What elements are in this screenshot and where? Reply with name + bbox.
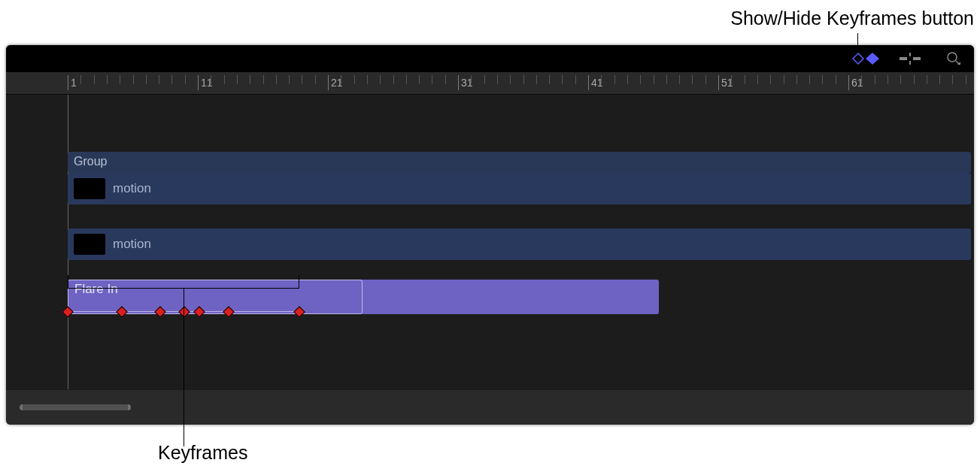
motion-track-2[interactable]: motion <box>68 228 971 260</box>
motion-track-1[interactable]: motion <box>68 173 971 204</box>
time-ruler[interactable]: 1112131415161 <box>6 72 974 95</box>
keyframe-marker[interactable] <box>193 306 205 318</box>
ruler-minor-tick <box>289 75 290 84</box>
ruler-minor-tick <box>692 75 693 84</box>
ruler-major-tick <box>68 75 68 90</box>
annotation-top: Show/Hide Keyframes button <box>730 8 974 29</box>
ruler-minor-tick <box>875 75 875 84</box>
ruler-minor-tick <box>380 75 381 84</box>
ruler-minor-tick <box>510 75 511 84</box>
ruler-minor-tick <box>250 75 250 84</box>
ruler-major-tick <box>328 75 329 90</box>
timeline-body: Group motion motion Flare In <box>6 95 974 389</box>
snapping-button[interactable] <box>899 50 921 68</box>
ruler-minor-tick <box>302 75 302 84</box>
toolbar <box>6 45 974 72</box>
zoom-button[interactable] <box>942 50 965 68</box>
group-header-track[interactable]: Group <box>68 152 971 173</box>
ruler-minor-tick <box>731 75 732 84</box>
ruler-minor-tick <box>654 75 654 84</box>
svg-rect-3 <box>909 61 911 65</box>
svg-rect-1 <box>913 57 921 60</box>
ruler-minor-tick <box>614 75 615 84</box>
svg-point-4 <box>948 53 957 62</box>
track-label: motion <box>113 181 151 196</box>
ruler-minor-tick <box>276 75 277 84</box>
ruler-minor-tick <box>784 75 784 84</box>
ruler-major-tick <box>588 75 589 90</box>
ruler-minor-tick <box>341 75 341 84</box>
keyframe-segment <box>229 311 299 312</box>
ruler-minor-tick <box>146 75 147 84</box>
track-label: motion <box>113 237 151 252</box>
ruler-minor-tick <box>809 75 810 84</box>
keyframe-marker[interactable] <box>293 306 305 318</box>
magnifier-icon <box>947 52 960 65</box>
ruler-minor-tick <box>627 75 628 84</box>
ruler-minor-tick <box>367 75 368 84</box>
ruler-minor-tick <box>185 75 186 84</box>
ruler-minor-tick <box>354 75 355 84</box>
ruler-minor-tick <box>640 75 641 84</box>
ruler-minor-tick <box>575 75 576 84</box>
ruler-major-tick <box>848 75 849 90</box>
ruler-minor-tick <box>900 75 901 84</box>
ruler-minor-tick <box>822 75 823 84</box>
ruler-minor-tick <box>224 75 225 84</box>
ruler-minor-tick <box>80 75 81 84</box>
ruler-minor-tick <box>237 75 238 84</box>
ruler-minor-tick <box>171 75 172 84</box>
ruler-minor-tick <box>523 75 524 84</box>
ruler-minor-tick <box>159 75 159 84</box>
clip-thumbnail <box>74 178 105 199</box>
ruler-minor-tick <box>966 75 966 84</box>
ruler-minor-tick <box>107 75 108 84</box>
ruler-minor-tick <box>549 75 550 84</box>
ruler-major-tick <box>718 75 719 90</box>
ruler-minor-tick <box>939 75 940 84</box>
keyframes-icon <box>852 53 881 65</box>
ruler-minor-tick <box>757 75 758 84</box>
snapping-icon <box>900 53 921 65</box>
ruler-minor-tick <box>120 75 120 84</box>
ruler-minor-tick <box>666 75 667 84</box>
keyframe-marker[interactable] <box>62 306 74 318</box>
ruler-minor-tick <box>133 75 134 84</box>
keyframe-marker[interactable] <box>116 306 128 318</box>
ruler-minor-tick <box>927 75 927 84</box>
svg-rect-2 <box>909 53 911 56</box>
ruler-major-tick <box>458 75 459 90</box>
show-hide-keyframes-button[interactable] <box>855 50 878 68</box>
annotation-bottom: Keyframes <box>158 442 247 464</box>
annotation-bottom-leader <box>184 289 184 446</box>
ruler-minor-tick <box>484 75 485 84</box>
ruler-minor-tick <box>393 75 394 84</box>
keyframe-lane <box>6 305 974 319</box>
ruler-minor-tick <box>952 75 953 84</box>
keyframe-segment <box>68 311 122 312</box>
ruler-minor-tick <box>471 75 472 84</box>
ruler-minor-tick <box>419 75 420 84</box>
ruler-minor-tick <box>432 75 432 84</box>
ruler-minor-tick <box>770 75 771 84</box>
ruler-minor-tick <box>263 75 264 84</box>
ruler-minor-tick <box>497 75 498 84</box>
keyframe-marker[interactable] <box>223 306 235 318</box>
horizontal-scrollbar[interactable] <box>20 404 131 410</box>
keyframe-marker[interactable] <box>154 306 166 318</box>
ruler-minor-tick <box>601 75 602 84</box>
keyframe-marker[interactable] <box>178 306 190 318</box>
annotation-top-leader <box>857 33 858 45</box>
clip-thumbnail <box>74 234 105 255</box>
ruler-minor-tick <box>94 75 95 84</box>
ruler-minor-tick <box>536 75 537 84</box>
ruler-minor-tick <box>211 75 211 84</box>
ruler-minor-tick <box>679 75 680 84</box>
ruler-label: 1 <box>71 77 77 89</box>
ruler-minor-tick <box>445 75 446 84</box>
ruler-minor-tick <box>914 75 915 84</box>
ruler-minor-tick <box>861 75 862 84</box>
ruler-minor-tick <box>406 75 407 84</box>
ruler-major-tick <box>198 75 199 90</box>
ruler-minor-tick <box>745 75 745 84</box>
